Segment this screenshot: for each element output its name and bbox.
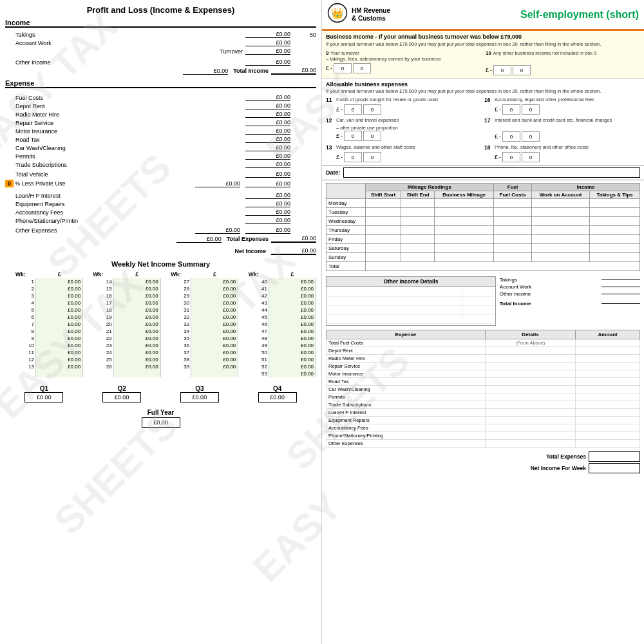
fuel-costs-row: Fuel Costs £0.00 <box>5 93 316 102</box>
crown-icon: 👑 <box>327 3 348 26</box>
al-input-13-1[interactable] <box>344 152 362 162</box>
al-input-18-2[interactable] <box>522 152 540 162</box>
weekly-num-9-3: 49 <box>238 342 269 349</box>
weekly-num-11-3: 51 <box>238 356 269 363</box>
repair-service-row: Repair Service £0.00 <box>5 118 316 127</box>
trade-subs-value: £0.00 <box>245 161 290 168</box>
weekly-val-5-1: £0.00 <box>113 314 160 321</box>
summary-box: Takings Account Work Other Income Total … <box>500 276 640 326</box>
weekly-num-12-1: 26 <box>83 363 114 370</box>
weekly-num-4-1: 18 <box>83 307 114 314</box>
date-input[interactable] <box>343 167 640 178</box>
al-input-16-1[interactable] <box>502 104 520 115</box>
expense-details-1 <box>485 347 576 355</box>
shift-section: Mileage Readings Fuel Income Shift Start… <box>322 180 644 274</box>
phone-stationary-value: £0.00 <box>245 217 290 224</box>
date-label: Date: <box>326 169 341 176</box>
weekly-val-13-0 <box>36 370 83 377</box>
equip-repairs-row: Equipment Repairs £0.00 <box>5 200 316 208</box>
turnover-row: Turnover £0.00 <box>5 47 316 55</box>
total-income-value: £0.00 <box>271 67 316 75</box>
weekly-num-0-2: 27 <box>160 278 191 285</box>
box10-input-2[interactable] <box>513 65 531 75</box>
al-input-12-1[interactable] <box>344 131 362 141</box>
expense-amount-10 <box>576 417 640 424</box>
al-subtitle: If your annual turnover was below £79,00… <box>326 88 640 94</box>
al-input-11-2[interactable] <box>363 104 381 115</box>
box9: 9 Your turnover – takings, fees, sales/m… <box>326 50 480 75</box>
q3-label: Q3 <box>180 385 219 392</box>
summary-account-work: Account Work <box>500 283 640 290</box>
q2-value: £0.00 <box>102 392 141 402</box>
box10-field-row: £ - <box>486 65 640 75</box>
total-expenses-row-label: Total Expenses <box>546 453 589 460</box>
q1-label: Q1 <box>24 385 63 392</box>
al-label-17: Interest and bank and credit card etc. f… <box>495 117 612 123</box>
weekly-num-0-1: 14 <box>83 278 114 285</box>
bi-subtitle: If your annual turnover was below £79,00… <box>326 41 640 47</box>
expense-details-5 <box>485 378 576 386</box>
weekly-val-9-2: £0.00 <box>191 342 238 349</box>
summary-takings-label: Takings <box>500 277 517 283</box>
al-input-11-1[interactable] <box>344 104 362 115</box>
weekly-val-1-2: £0.00 <box>191 285 238 292</box>
weekly-val-6-1: £0.00 <box>113 321 160 328</box>
weekly-num-1-1: 15 <box>83 285 114 292</box>
other-expenses-val1: £0.00 <box>195 227 240 234</box>
al-label-16: Accountancy, legal and other professiona… <box>495 97 594 102</box>
shift-cell-3-5 <box>589 226 639 235</box>
expense-amount-5 <box>576 378 640 386</box>
shift-day-thursday: Thursday <box>327 226 366 235</box>
weekly-num-8-1: 22 <box>83 335 114 342</box>
expense-amount-2 <box>576 355 640 363</box>
other-income-row: Other Income £0.00 <box>5 58 316 66</box>
work-on-account-header: Work on Account <box>532 191 590 199</box>
q4-item: Q4 £0.00 <box>258 385 297 402</box>
allowable-section: Allowable business expenses If your annu… <box>322 79 644 165</box>
expense-amount-4 <box>576 370 640 378</box>
depot-rent-row: Depot Rent £0.00 <box>5 102 316 110</box>
weekly-val-4-3: £0.00 <box>269 307 316 314</box>
al-label-11: Costs of goods bought for resale or good… <box>336 97 438 102</box>
expense-details-2 <box>485 355 576 363</box>
box9-input-2[interactable] <box>353 63 371 73</box>
full-year-row: Full Year £0.00 <box>5 409 316 428</box>
business-mileage-header: Business Mileage <box>435 191 494 199</box>
takings-value: £0.00 <box>245 31 290 38</box>
fuel-costs-header: Fuel Costs <box>493 191 531 199</box>
account-work-row: Account Work £0.00 <box>5 39 316 47</box>
expense-name-10: Equipment Repairs <box>327 417 486 424</box>
box10-input-1[interactable] <box>493 65 511 75</box>
al-num-12: 12 <box>326 117 334 124</box>
weekly-num-7-3: 47 <box>238 328 269 335</box>
box9-input-1[interactable] <box>334 63 352 73</box>
al-input-17-2[interactable] <box>522 131 540 142</box>
al-input-17-1[interactable] <box>502 131 520 142</box>
expense-details-9 <box>485 409 576 417</box>
expense-col-header: Expense <box>327 330 486 339</box>
phone-stationary-label: Phone/Stationary/Printin <box>5 218 245 224</box>
weekly-num-5-3: 45 <box>238 314 269 321</box>
depot-rent-label: Depot Rent <box>5 103 245 109</box>
weekly-val-3-2: £0.00 <box>191 299 238 307</box>
al-input-12-2[interactable] <box>363 131 381 141</box>
motor-insurance-value: £0.00 <box>245 128 290 135</box>
summary-account-work-label: Account Work <box>500 284 532 290</box>
al-item-16: 16 Accountancy, legal and other professi… <box>484 97 640 115</box>
totals-section: Total Expenses Net Income For Week <box>322 449 644 475</box>
income-section-header: Income <box>5 19 316 28</box>
radio-meter-row: Radio Meter Hire £0.00 <box>5 110 316 118</box>
summary-takings-val <box>601 279 640 280</box>
net-income-value: £0.00 <box>271 247 316 255</box>
details-col-header: Details <box>485 330 576 339</box>
al-input-16-2[interactable] <box>522 104 540 115</box>
wk-col-header-4: Wk: <box>238 270 269 278</box>
other-income-section: Other Income Details <box>322 274 644 328</box>
takings-row: Takings £0.00 50 <box>5 30 316 39</box>
al-input-18-1[interactable] <box>502 152 520 162</box>
al-input-13-2[interactable] <box>363 152 381 162</box>
road-tax-label: Road Tax <box>5 137 245 143</box>
weekly-val-4-2: £0.00 <box>191 307 238 314</box>
depot-rent-value: £0.00 <box>245 102 290 109</box>
other-expenses-val2: £0.00 <box>245 227 290 234</box>
